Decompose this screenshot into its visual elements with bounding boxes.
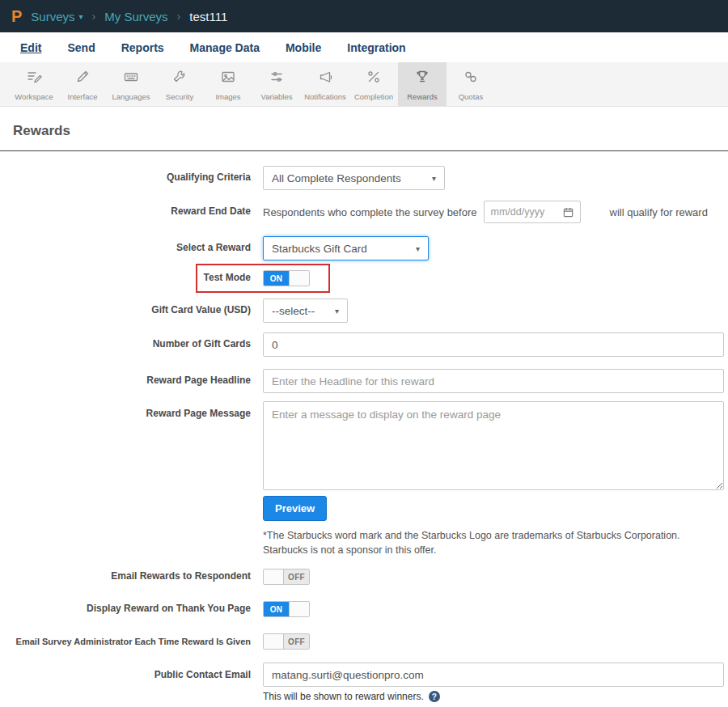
- chevron-down-icon: ▾: [325, 307, 339, 315]
- form-row-email-rewards: Email Rewards to Respondent OFF: [0, 569, 728, 585]
- rewards-trophy-icon: [413, 69, 431, 88]
- form-row-reward-page-message: Reward Page Message: [0, 401, 728, 490]
- number-of-gift-cards-input[interactable]: [263, 332, 724, 357]
- gift-card-value-value: --select--: [272, 305, 315, 317]
- toolbar-item-label: Completion: [354, 92, 393, 101]
- date-placeholder: mm/dd/yyyy: [491, 206, 545, 218]
- form-row-select-reward: Select a Reward Starbucks Gift Card ▾: [0, 236, 728, 260]
- toolbar-item-label: Languages: [112, 92, 150, 101]
- qualifying-criteria-select[interactable]: All Complete Respondents ▾: [263, 166, 445, 190]
- reward-end-date-label: Reward End Date: [0, 205, 263, 218]
- form-row-test-mode: Test Mode ON: [0, 270, 728, 286]
- toolbar-item-security[interactable]: Security: [155, 62, 204, 106]
- page-title: Rewards: [13, 123, 715, 139]
- display-reward-toggle[interactable]: ON: [263, 601, 310, 617]
- toolbar-item-label: Variables: [261, 92, 293, 101]
- toggle-state-label: OFF: [284, 634, 309, 649]
- toolbar-item-images[interactable]: Images: [204, 62, 252, 106]
- toolbar-item-variables[interactable]: Variables: [252, 62, 301, 106]
- number-of-gift-cards-label: Number of Gift Cards: [0, 338, 263, 351]
- main-menu: Edit Send Reports Manage Data Mobile Int…: [0, 32, 728, 62]
- toggle-state-label: ON: [264, 271, 289, 286]
- public-contact-email-input[interactable]: [263, 663, 724, 687]
- toggle-state-label: OFF: [284, 569, 309, 584]
- select-reward-label: Select a Reward: [0, 242, 263, 255]
- caret-down-icon: ▾: [79, 12, 83, 21]
- toggle-state-label: ON: [264, 602, 289, 616]
- menu-item-edit[interactable]: Edit: [20, 41, 41, 54]
- images-icon: [219, 69, 237, 88]
- toolbar-item-languages[interactable]: Languages: [107, 62, 155, 106]
- toggle-knob: [264, 569, 284, 584]
- toolbar-item-workspace[interactable]: Workspace: [10, 62, 58, 106]
- languages-icon: [122, 69, 140, 88]
- email-admin-label: Email Survey Administrator Each Time Rew…: [0, 636, 263, 647]
- toolbar-item-label: Workspace: [15, 92, 53, 101]
- completion-icon: [365, 69, 383, 88]
- reward-end-date-prefix-text: Respondents who complete the survey befo…: [263, 206, 477, 218]
- chevron-down-icon: ▾: [406, 244, 420, 253]
- notifications-icon: [316, 69, 334, 88]
- qualifying-criteria-label: Qualifying Criteria: [0, 171, 263, 184]
- help-icon[interactable]: ?: [429, 691, 440, 702]
- topbar: P Surveys ▾ › My Surveys › test111: [0, 0, 728, 32]
- form-row-reward-end-date: Reward End Date Respondents who complete…: [0, 201, 728, 223]
- display-reward-label: Display Reward on Thank You Page: [0, 603, 263, 616]
- questionpro-logo-icon[interactable]: P: [11, 8, 22, 24]
- reward-page-headline-label: Reward Page Headline: [0, 375, 263, 387]
- toolbar-item-label: Rewards: [407, 92, 438, 101]
- select-reward-value: Starbucks Gift Card: [272, 243, 367, 255]
- gift-card-value-select[interactable]: --select-- ▾: [263, 298, 348, 323]
- qualifying-criteria-value: All Complete Respondents: [272, 172, 401, 184]
- toolbar-item-label: Quotas: [459, 92, 484, 101]
- breadcrumb-my-surveys[interactable]: My Surveys: [104, 10, 167, 23]
- settings-toolbar: Workspace Interface Languages Security I…: [0, 62, 728, 107]
- menu-item-send[interactable]: Send: [67, 41, 95, 54]
- email-rewards-toggle[interactable]: OFF: [263, 569, 310, 585]
- menu-item-mobile[interactable]: Mobile: [286, 41, 321, 54]
- test-mode-toggle[interactable]: ON: [263, 270, 310, 286]
- form-row-disclaimer: *The Starbucks word mark and the Starbuc…: [0, 529, 728, 557]
- menu-item-integration[interactable]: Integration: [347, 41, 405, 54]
- workspace-icon: [25, 69, 43, 88]
- toolbar-item-interface[interactable]: Interface: [58, 62, 107, 106]
- test-mode-label: Test Mode: [0, 272, 263, 285]
- starbucks-disclaimer-text: *The Starbucks word mark and the Starbuc…: [263, 529, 724, 557]
- select-reward-select[interactable]: Starbucks Gift Card ▾: [263, 236, 429, 260]
- breadcrumb-surveys-label: Surveys: [31, 10, 74, 23]
- toggle-knob: [264, 634, 284, 649]
- reward-page-message-textarea[interactable]: [263, 401, 724, 490]
- toolbar-item-label: Images: [215, 92, 240, 101]
- reward-page-headline-input[interactable]: [263, 369, 724, 393]
- breadcrumb-surveys-dropdown[interactable]: Surveys ▾: [31, 10, 83, 23]
- menu-item-reports[interactable]: Reports: [121, 41, 164, 54]
- form-row-reward-page-headline: Reward Page Headline: [0, 369, 728, 393]
- toolbar-item-completion[interactable]: Completion: [349, 62, 398, 106]
- reward-end-date-input[interactable]: mm/dd/yyyy: [484, 201, 581, 223]
- form-row-number-of-gift-cards: Number of Gift Cards: [0, 332, 728, 357]
- public-contact-email-label: Public Contact Email: [0, 663, 263, 682]
- toolbar-item-notifications[interactable]: Notifications: [301, 62, 349, 106]
- rewards-form: Qualifying Criteria All Complete Respond…: [0, 151, 728, 702]
- toolbar-item-rewards[interactable]: Rewards: [398, 62, 447, 106]
- form-row-public-contact-email: Public Contact Email This will be shown …: [0, 663, 728, 702]
- toolbar-item-label: Notifications: [304, 92, 346, 101]
- toolbar-item-label: Security: [166, 92, 193, 101]
- breadcrumb-separator-icon: ›: [92, 10, 96, 23]
- gift-card-value-label: Gift Card Value (USD): [0, 304, 263, 317]
- chevron-down-icon: ▾: [422, 174, 436, 183]
- reward-end-date-suffix-text: will qualify for reward: [610, 206, 708, 218]
- form-row-gift-card-value: Gift Card Value (USD) --select-- ▾: [0, 298, 728, 323]
- form-row-email-admin: Email Survey Administrator Each Time Rew…: [0, 633, 728, 650]
- email-admin-toggle[interactable]: OFF: [263, 633, 310, 650]
- form-row-preview: Preview: [0, 496, 728, 521]
- menu-item-manage-data[interactable]: Manage Data: [190, 41, 260, 54]
- preview-button[interactable]: Preview: [263, 496, 327, 521]
- toolbar-item-quotas[interactable]: Quotas: [447, 62, 495, 106]
- breadcrumb-separator-icon: ›: [177, 10, 181, 23]
- toggle-knob: [289, 271, 309, 286]
- toggle-knob: [289, 602, 309, 616]
- calendar-icon: [563, 207, 574, 218]
- form-row-display-reward: Display Reward on Thank You Page ON: [0, 601, 728, 617]
- email-rewards-label: Email Rewards to Respondent: [0, 570, 263, 583]
